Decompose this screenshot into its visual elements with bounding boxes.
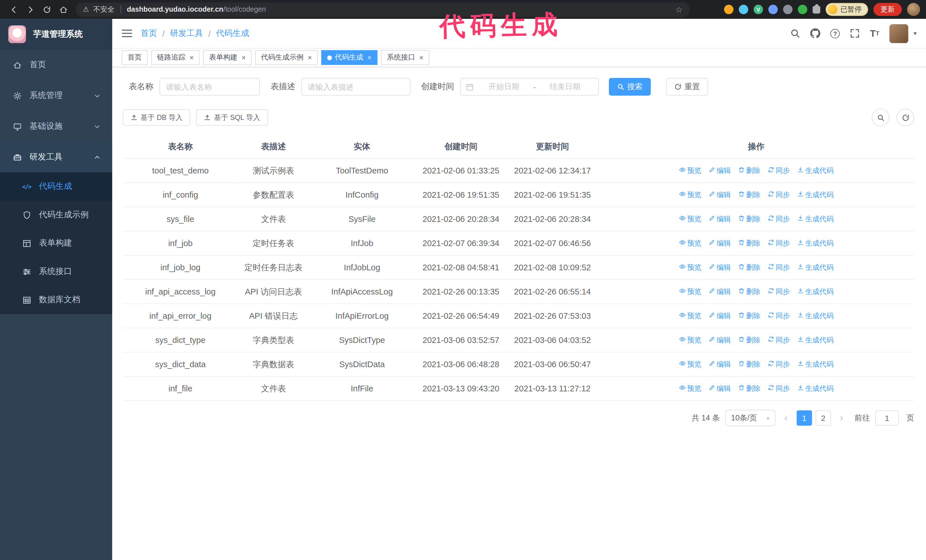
row-action-delete[interactable]: 删除 xyxy=(738,164,761,177)
sidebar-subitem[interactable]: 系统接口 xyxy=(0,258,112,286)
row-action-preview[interactable]: 预览 xyxy=(679,261,702,274)
sidebar-item[interactable]: 研发工具 xyxy=(0,142,112,172)
row-action-delete[interactable]: 删除 xyxy=(738,334,761,347)
row-action-generate-code[interactable]: 生成代码 xyxy=(797,358,834,371)
tab-close-icon[interactable]: × xyxy=(367,54,372,62)
row-action-preview[interactable]: 预览 xyxy=(679,285,702,298)
row-action-delete[interactable]: 删除 xyxy=(738,358,761,371)
import-db-button[interactable]: 基于 DB 导入 xyxy=(123,109,190,125)
app-logo[interactable]: 芋道管理系统 xyxy=(0,19,112,50)
row-action-generate-code[interactable]: 生成代码 xyxy=(797,213,834,226)
row-action-sync[interactable]: 同步 xyxy=(767,334,790,347)
page-size-select[interactable]: 10条/页 ▾ xyxy=(725,410,775,426)
user-menu-caret-icon[interactable]: ▾ xyxy=(914,30,916,37)
tab-close-icon[interactable]: × xyxy=(189,54,194,62)
fullscreen-icon[interactable] xyxy=(850,28,860,38)
browser-reload-icon[interactable] xyxy=(39,2,54,17)
pagination-goto-input[interactable] xyxy=(875,411,899,426)
extension-icon[interactable] xyxy=(724,5,733,14)
row-action-generate-code[interactable]: 生成代码 xyxy=(797,334,834,347)
row-action-edit[interactable]: 编辑 xyxy=(708,285,731,298)
row-action-edit[interactable]: 编辑 xyxy=(708,358,731,371)
breadcrumb-item[interactable]: 代码生成 xyxy=(216,28,249,38)
vue-devtools-extension-icon[interactable]: V xyxy=(754,5,763,14)
extension-icon[interactable] xyxy=(783,5,792,14)
row-action-edit[interactable]: 编辑 xyxy=(708,188,731,201)
row-action-generate-code[interactable]: 生成代码 xyxy=(797,382,834,395)
sidebar-subitem[interactable]: </>代码生成 xyxy=(0,172,112,201)
row-action-preview[interactable]: 预览 xyxy=(679,188,702,201)
github-icon[interactable] xyxy=(810,28,820,38)
font-size-icon[interactable]: TT xyxy=(870,29,879,38)
refresh-table-icon[interactable] xyxy=(896,109,914,126)
row-action-sync[interactable]: 同步 xyxy=(767,285,790,298)
row-action-edit[interactable]: 编辑 xyxy=(708,334,731,347)
browser-update-button[interactable]: 更新 xyxy=(873,3,902,16)
sidebar-subitem[interactable]: 表单构建 xyxy=(0,229,112,257)
row-action-sync[interactable]: 同步 xyxy=(767,382,790,395)
row-action-preview[interactable]: 预览 xyxy=(679,164,702,177)
pagination-prev-button[interactable]: ‹ xyxy=(781,411,791,426)
row-action-generate-code[interactable]: 生成代码 xyxy=(797,261,834,274)
tab-close-icon[interactable]: × xyxy=(242,54,246,62)
extensions-puzzle-icon[interactable] xyxy=(813,6,820,14)
sidebar-item[interactable]: 首页 xyxy=(0,50,112,80)
browser-home-icon[interactable] xyxy=(56,2,71,17)
row-action-preview[interactable]: 预览 xyxy=(679,382,702,395)
extension-icon[interactable] xyxy=(769,5,778,14)
address-bar[interactable]: ⚠ 不安全 dashboard.yudao.iocoder.cn/tool/co… xyxy=(76,2,690,17)
row-action-edit[interactable]: 编辑 xyxy=(708,261,731,274)
view-tab[interactable]: 链路追踪× xyxy=(151,50,200,65)
row-action-delete[interactable]: 删除 xyxy=(738,237,761,250)
pagination-next-button[interactable]: › xyxy=(836,411,847,426)
search-button[interactable]: 搜索 xyxy=(609,78,651,96)
row-action-sync[interactable]: 同步 xyxy=(767,164,790,177)
search-icon[interactable] xyxy=(790,28,800,38)
row-action-edit[interactable]: 编辑 xyxy=(708,309,731,323)
recording-paused-badge[interactable]: 已暂停 xyxy=(826,3,868,16)
row-action-delete[interactable]: 删除 xyxy=(738,213,761,226)
row-action-delete[interactable]: 删除 xyxy=(738,285,761,298)
pagination-page-1[interactable]: 1 xyxy=(797,411,812,426)
extension-icon[interactable] xyxy=(739,5,748,14)
breadcrumb-item[interactable]: 研发工具 xyxy=(170,28,203,38)
row-action-delete[interactable]: 删除 xyxy=(738,382,761,395)
row-action-preview[interactable]: 预览 xyxy=(679,358,702,371)
row-action-preview[interactable]: 预览 xyxy=(679,309,702,323)
view-tab[interactable]: 代码生成示例× xyxy=(255,50,318,65)
row-action-sync[interactable]: 同步 xyxy=(767,309,790,323)
view-tab[interactable]: 代码生成× xyxy=(321,50,378,65)
create-time-range-picker[interactable]: 开始日期 - 结束日期 xyxy=(460,78,599,96)
view-tab[interactable]: 首页 xyxy=(122,50,148,65)
row-action-preview[interactable]: 预览 xyxy=(679,213,702,226)
row-action-sync[interactable]: 同步 xyxy=(767,188,790,201)
row-action-generate-code[interactable]: 生成代码 xyxy=(797,285,834,298)
browser-profile-avatar[interactable] xyxy=(907,3,920,16)
row-action-generate-code[interactable]: 生成代码 xyxy=(797,164,834,177)
row-action-sync[interactable]: 同步 xyxy=(767,358,790,371)
user-avatar[interactable] xyxy=(889,24,908,43)
sidebar-toggle-icon[interactable] xyxy=(122,29,132,38)
sidebar-item[interactable]: 基础设施 xyxy=(0,111,112,142)
extension-icon[interactable] xyxy=(798,5,807,14)
row-action-generate-code[interactable]: 生成代码 xyxy=(797,237,834,250)
row-action-sync[interactable]: 同步 xyxy=(767,261,790,274)
table-desc-input[interactable] xyxy=(301,78,410,96)
help-icon[interactable]: ? xyxy=(830,29,840,38)
row-action-edit[interactable]: 编辑 xyxy=(708,237,731,250)
import-sql-button[interactable]: 基于 SQL 导入 xyxy=(196,109,268,125)
row-action-generate-code[interactable]: 生成代码 xyxy=(797,188,834,201)
toggle-search-icon[interactable] xyxy=(872,109,889,126)
view-tab[interactable]: 系统接口× xyxy=(381,50,430,65)
view-tab[interactable]: 表单构建× xyxy=(203,50,251,65)
sidebar-subitem[interactable]: 数据库文档 xyxy=(0,286,112,314)
row-action-delete[interactable]: 删除 xyxy=(738,261,761,274)
row-action-sync[interactable]: 同步 xyxy=(767,237,790,250)
table-name-input[interactable] xyxy=(160,78,260,96)
browser-back-icon[interactable] xyxy=(6,2,21,17)
row-action-delete[interactable]: 删除 xyxy=(738,188,761,201)
row-action-preview[interactable]: 预览 xyxy=(679,237,702,250)
row-action-preview[interactable]: 预览 xyxy=(679,334,702,347)
row-action-generate-code[interactable]: 生成代码 xyxy=(797,309,834,323)
breadcrumb-item[interactable]: 首页 xyxy=(141,28,157,38)
